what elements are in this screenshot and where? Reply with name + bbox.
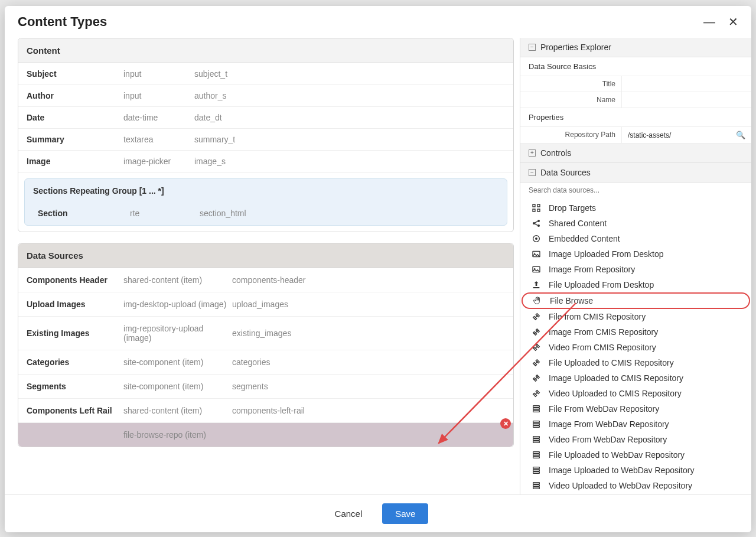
field-row[interactable]: Section rte section_html — [25, 203, 507, 225]
data-source-item[interactable]: Video From CMIS Repository — [520, 340, 751, 355]
image-icon — [531, 249, 542, 259]
basics-header: Data Source Basics — [520, 57, 751, 76]
cancel-button[interactable]: Cancel — [328, 504, 370, 523]
data-source-item-label: File From WebDav Repository — [549, 404, 659, 414]
modal-title: Content Types — [18, 14, 107, 30]
data-sources-section[interactable]: − Data Sources — [520, 163, 751, 183]
data-source-item-label: Image From CMIS Repository — [549, 327, 658, 337]
plug-icon — [531, 388, 542, 399]
content-panel-header: Content — [18, 38, 513, 63]
section-label: Controls — [540, 148, 571, 158]
ds-type: file-browse-repo (item) — [123, 430, 232, 440]
field-type: input — [123, 69, 194, 79]
delete-button[interactable]: ✕ — [500, 418, 511, 429]
data-source-item[interactable]: Image Uploaded to WebDav Repository — [520, 463, 751, 478]
collapse-icon: − — [529, 169, 536, 176]
data-source-item[interactable]: File from CMIS Repository — [520, 309, 751, 324]
search-icon[interactable]: 🔍 — [736, 131, 745, 139]
modal-header: Content Types — ✕ — [5, 6, 751, 38]
ds-type: img-repository-upload (image) — [123, 324, 232, 343]
data-source-item-label: File Uploaded to WebDav Repository — [549, 450, 685, 460]
data-source-item-label: Image Uploaded to CMIS Repository — [549, 373, 683, 383]
field-row[interactable]: Image image-picker image_s — [18, 151, 513, 173]
svg-rect-16 — [533, 424, 540, 425]
property-label: Repository Path — [520, 127, 622, 143]
data-source-item[interactable]: Video Uploaded to WebDav Repository — [520, 478, 751, 493]
property-row-repo-path: Repository Path /static-assets/ 🔍 — [520, 127, 751, 144]
properties-header: Properties — [520, 108, 751, 127]
svg-rect-29 — [533, 487, 540, 489]
db-icon — [531, 480, 542, 491]
ds-label: Upload Images — [27, 300, 123, 309]
embed-icon — [531, 233, 542, 244]
field-row[interactable]: Subject input subject_t — [18, 63, 513, 85]
modal-body: Content Subject input subject_t Author i… — [5, 38, 751, 494]
data-source-item[interactable]: File Uploaded to WebDav Repository — [520, 447, 751, 463]
db-icon — [531, 450, 542, 460]
name-input[interactable] — [628, 96, 745, 104]
data-sources-search-input[interactable] — [520, 183, 751, 198]
upload-icon — [531, 279, 542, 290]
field-name: image_s — [194, 157, 505, 166]
field-row[interactable]: Date date-time date_dt — [18, 107, 513, 129]
data-source-item[interactable]: Image Uploaded to CMIS Repository — [520, 370, 751, 386]
ds-type: shared-content (item) — [123, 275, 232, 285]
data-source-item-label: Video Uploaded to CMIS Repository — [549, 389, 682, 398]
minimize-icon[interactable]: — — [703, 16, 715, 28]
data-source-row[interactable]: Components Left Rail shared-content (ite… — [18, 399, 513, 423]
data-source-row[interactable]: Categories site-component (item) categor… — [18, 350, 513, 375]
close-icon[interactable]: ✕ — [728, 16, 738, 28]
data-source-item[interactable]: File Uploaded From Desktop — [520, 277, 751, 292]
data-source-item[interactable]: Shared Content — [520, 216, 751, 231]
field-label: Section — [38, 209, 130, 218]
properties-pane: − Properties Explorer Data Source Basics… — [520, 38, 751, 494]
plug-icon — [531, 311, 542, 322]
ds-name: categories — [232, 357, 505, 367]
data-source-item[interactable]: Image From CMIS Repository — [520, 324, 751, 340]
save-button[interactable]: Save — [382, 503, 428, 524]
data-source-item-label: File Uploaded to CMIS Repository — [549, 358, 674, 367]
controls-section[interactable]: + Controls — [520, 144, 751, 163]
data-source-row[interactable]: Upload Images img-desktop-upload (image)… — [18, 292, 513, 317]
data-source-item[interactable]: Video From WebDav Repository — [520, 432, 751, 447]
properties-explorer-section[interactable]: − Properties Explorer — [520, 38, 751, 57]
content-panel: Content Subject input subject_t Author i… — [18, 38, 514, 232]
data-source-row[interactable]: Existing Images img-repository-upload (i… — [18, 317, 513, 350]
data-source-item[interactable]: Video Uploaded to CMIS Repository — [520, 386, 751, 401]
data-source-item[interactable]: Image From WebDav Repository — [520, 416, 751, 432]
ds-name: existing_images — [232, 328, 505, 338]
data-source-item[interactable]: File Uploaded to CMIS Repository — [520, 355, 751, 370]
svg-rect-12 — [533, 406, 540, 408]
data-source-row[interactable]: Components Header shared-content (item) … — [18, 268, 513, 292]
form-definition-pane: Content Subject input subject_t Author i… — [5, 38, 520, 494]
drop-icon — [531, 203, 542, 213]
data-source-item[interactable]: Image Uploaded From Desktop — [520, 246, 751, 262]
svg-rect-22 — [533, 454, 540, 456]
field-label: Author — [27, 91, 123, 100]
plug-icon — [531, 373, 542, 383]
plug-icon — [531, 357, 542, 368]
data-source-item[interactable]: File From WebDav Repository — [520, 401, 751, 416]
data-source-row[interactable]: Segments site-component (item) segments — [18, 375, 513, 399]
data-source-item-label: Embedded Content — [549, 234, 620, 243]
svg-rect-26 — [533, 472, 540, 474]
data-source-item[interactable]: Drop Targets — [520, 200, 751, 216]
svg-point-2 — [537, 224, 540, 227]
ds-type: img-desktop-upload (image) — [123, 300, 232, 309]
data-source-item-label: Drop Targets — [549, 203, 596, 213]
svg-rect-28 — [533, 485, 540, 487]
repeating-group[interactable]: Sections Repeating Group [1 ... *] Secti… — [24, 178, 507, 226]
field-label: Image — [27, 157, 123, 166]
db-icon — [531, 419, 542, 429]
data-source-item[interactable]: Image From Repository — [520, 262, 751, 277]
data-source-item[interactable]: File Browse — [522, 292, 750, 309]
data-source-item[interactable]: Embedded Content — [520, 231, 751, 246]
ds-name: segments — [232, 382, 505, 391]
ds-label: Components Left Rail — [27, 406, 123, 415]
title-input[interactable] — [628, 80, 745, 88]
data-source-row-new[interactable]: file-browse-repo (item) ✕ — [18, 423, 513, 447]
image-icon — [531, 264, 542, 275]
svg-point-6 — [535, 237, 537, 240]
field-row[interactable]: Summary textarea summary_t — [18, 129, 513, 151]
field-row[interactable]: Author input author_s — [18, 85, 513, 107]
